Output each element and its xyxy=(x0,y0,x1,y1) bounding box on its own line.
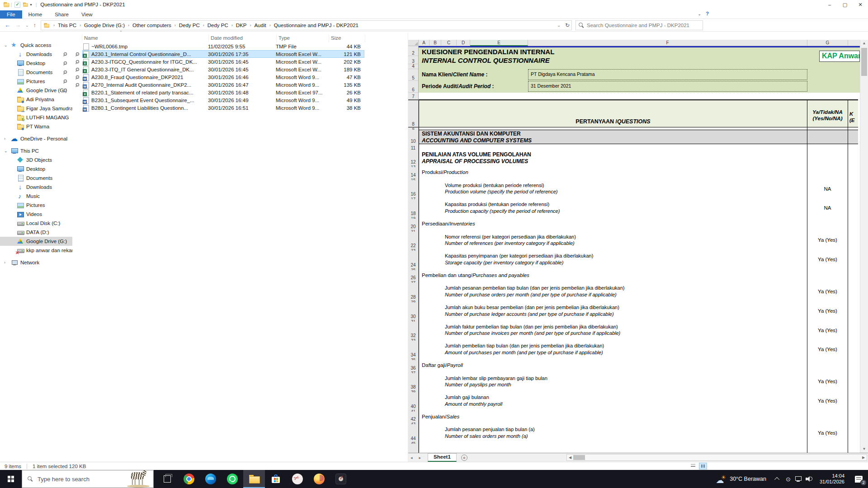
file-row[interactable]: B220.1_Statement of related party transa… xyxy=(72,89,408,96)
file-row[interactable]: A230.3-ITQ_IT General Questionnaire_DK..… xyxy=(72,66,408,73)
breadcrumb-item[interactable]: Other computers xyxy=(132,23,171,28)
clock[interactable]: 14:04 31/01/2026 xyxy=(814,473,849,485)
sidebar-item-adi-priyatna[interactable]: ☻Adi Priyatna xyxy=(0,95,72,104)
sidebar-item-kkp-anwar-dan-rekan-1[interactable]: ✕kkp anwar dan rekan (\\1 xyxy=(0,246,72,255)
back-button[interactable]: ← xyxy=(5,22,10,28)
column-header-size[interactable]: Size xyxy=(329,34,365,42)
notification-center-button[interactable]: 2 xyxy=(849,470,868,488)
breadcrumb-item[interactable]: DKP xyxy=(236,23,247,28)
answer-cell[interactable]: Ya (Yes) xyxy=(807,424,848,441)
sidebar-section-network[interactable]: ›Network xyxy=(0,258,72,267)
sheet-tab[interactable]: Sheet1 xyxy=(428,453,457,462)
sidebar-item-pictures[interactable]: Pictures xyxy=(0,201,72,210)
file-row[interactable]: ~WRL0066.tmp11/02/2025 9:55TMP File44 KB xyxy=(72,42,408,50)
sidebar-item-figar-jaya-samudra[interactable]: ☁Figar Jaya Samudra xyxy=(0,104,72,113)
snipping-tool-icon[interactable] xyxy=(287,470,308,488)
chevron-right-icon[interactable]: › xyxy=(4,260,5,265)
recent-locations-chevron-icon[interactable]: ⌄ xyxy=(25,23,29,28)
chrome-icon[interactable] xyxy=(178,470,200,488)
address-box[interactable]: ›This PC›Google Drive (G:)›Other compute… xyxy=(41,20,572,30)
address-dropdown-icon[interactable]: ⌄ xyxy=(557,23,561,28)
breadcrumb-item[interactable]: Google Drive (G:) xyxy=(84,23,125,28)
search-highlight-zebra-image[interactable] xyxy=(125,469,151,488)
column-header-A[interactable]: A xyxy=(419,40,429,46)
answer-cell[interactable]: Ya (Yes) xyxy=(807,302,848,319)
sidebar-section-onedrive-personal[interactable]: ›OneDrive - Personal xyxy=(0,134,72,143)
microsoft-store-icon[interactable] xyxy=(265,470,287,488)
tab-home[interactable]: Home xyxy=(22,10,49,19)
taskbar-search-box[interactable]: Type here to search xyxy=(22,470,154,488)
qat-properties-icon[interactable] xyxy=(14,2,20,8)
sidebar-item-documents[interactable]: Documents xyxy=(0,174,72,183)
up-button[interactable]: ↑ xyxy=(33,22,37,28)
details-view-button[interactable] xyxy=(689,463,697,469)
file-row[interactable]: A230.1_Internal Control Questionnaire_D.… xyxy=(72,50,408,58)
whatsapp-icon[interactable] xyxy=(222,470,243,488)
sidebar-item-desktop[interactable]: Desktop xyxy=(0,59,72,68)
answer-cell[interactable]: NA xyxy=(807,199,848,216)
answer-cell[interactable]: Ya (Yes) xyxy=(807,283,848,300)
file-explorer-icon[interactable] xyxy=(243,470,265,488)
answer-cell[interactable]: Ya (Yes) xyxy=(807,341,848,358)
sidebar-section-quick-access[interactable]: ⌄Quick access xyxy=(0,41,72,50)
preview-vertical-scrollbar[interactable]: ▲ ▼ xyxy=(860,40,868,453)
expand-ribbon-icon[interactable]: ⌄ xyxy=(698,11,701,16)
client-name-value[interactable]: PT Digdaya Kencana Pratama xyxy=(528,69,807,80)
sidebar-item-documents[interactable]: Documents xyxy=(0,68,72,77)
sheet-nav-left-icon[interactable]: ◂ xyxy=(408,455,417,460)
scroll-right-icon[interactable]: ▶ xyxy=(860,455,867,460)
tab-share[interactable]: Share xyxy=(48,10,75,19)
task-view-icon[interactable] xyxy=(156,470,178,488)
sidebar-item-pt-warna[interactable]: ☻PT Warna xyxy=(0,122,72,131)
scroll-left-icon[interactable]: ◀ xyxy=(567,455,573,460)
network-icon[interactable] xyxy=(793,470,804,488)
sidebar-item-google-drive-g-[interactable]: Google Drive (G:) xyxy=(0,86,72,95)
tray-sync-icon[interactable]: ⊙ xyxy=(783,470,793,488)
chevron-right-icon[interactable]: › xyxy=(4,136,5,141)
sidebar-item-music[interactable]: Music xyxy=(0,192,72,201)
breadcrumb-item[interactable]: Questionnaire and PMPJ - DKP2021 xyxy=(274,23,359,28)
breadcrumb-item[interactable]: Audit xyxy=(254,23,266,28)
sidebar-item-data-d-[interactable]: DATA (D:) xyxy=(0,228,72,237)
explorer-search-box[interactable]: Search Questionnaire and PMPJ - DKP2021 xyxy=(576,20,703,30)
answer-cell[interactable]: Ya (Yes) xyxy=(807,373,848,390)
file-row[interactable]: B230.1_Subsequent Event Questionnaire_..… xyxy=(72,96,408,104)
sidebar-item-videos[interactable]: Videos xyxy=(0,210,72,219)
firefox-icon[interactable] xyxy=(308,470,330,488)
answer-cell[interactable]: Ya (Yes) xyxy=(807,392,848,409)
close-button[interactable]: ✕ xyxy=(853,0,868,9)
sidebar-item-pictures[interactable]: Pictures xyxy=(0,77,72,86)
answer-cell[interactable]: Ya (Yes) xyxy=(807,322,848,339)
file-row[interactable]: A270_Internal Audit Questionnaire_DKP2..… xyxy=(72,81,408,89)
sidebar-item-luthfi-magang[interactable]: ↻LUTHFI MAGANG xyxy=(0,113,72,122)
answer-cell[interactable]: Ya (Yes) xyxy=(807,251,848,268)
volume-icon[interactable] xyxy=(804,470,814,488)
horizontal-scroll-thumb[interactable] xyxy=(573,455,585,460)
vertical-scroll-thumb[interactable] xyxy=(861,48,867,76)
qat-customize-chevron-icon[interactable]: ▾ xyxy=(30,3,32,7)
tray-chevron-icon[interactable] xyxy=(773,470,783,488)
refresh-icon[interactable]: ↻ xyxy=(565,22,570,28)
chevron-down-icon[interactable]: ⌄ xyxy=(4,149,8,153)
help-icon[interactable]: ? xyxy=(706,11,709,16)
file-row[interactable]: A230.3-ITGCQ_Questionnaire for ITGC_DK..… xyxy=(72,58,408,66)
select-all-corner[interactable] xyxy=(408,40,419,46)
chevron-down-icon[interactable]: ⌄ xyxy=(4,43,8,47)
add-sheet-icon[interactable]: + xyxy=(461,455,467,461)
breadcrumb-item[interactable]: Dedy PC xyxy=(208,23,228,28)
breadcrumb-item[interactable]: This PC xyxy=(58,23,76,28)
sidebar-item-downloads[interactable]: Downloads xyxy=(0,50,72,59)
minimize-button[interactable]: – xyxy=(822,0,837,9)
answer-cell[interactable]: NA xyxy=(807,180,848,197)
column-header-D[interactable]: D xyxy=(457,40,470,46)
start-button[interactable] xyxy=(0,470,22,488)
thumbnail-view-button[interactable] xyxy=(699,463,707,469)
file-row[interactable]: B280.1_Contingent Liabilities Questionn.… xyxy=(72,104,408,112)
column-header-type[interactable]: Type xyxy=(277,34,329,42)
maximize-button[interactable]: ▢ xyxy=(837,0,853,9)
forward-button[interactable]: → xyxy=(15,22,21,28)
sidebar-item-downloads[interactable]: Downloads xyxy=(0,183,72,192)
sidebar-item-desktop[interactable]: Desktop xyxy=(0,164,72,174)
column-header-F[interactable]: F xyxy=(528,40,807,46)
sidebar-section-this-pc[interactable]: ⌄This PC xyxy=(0,146,72,155)
